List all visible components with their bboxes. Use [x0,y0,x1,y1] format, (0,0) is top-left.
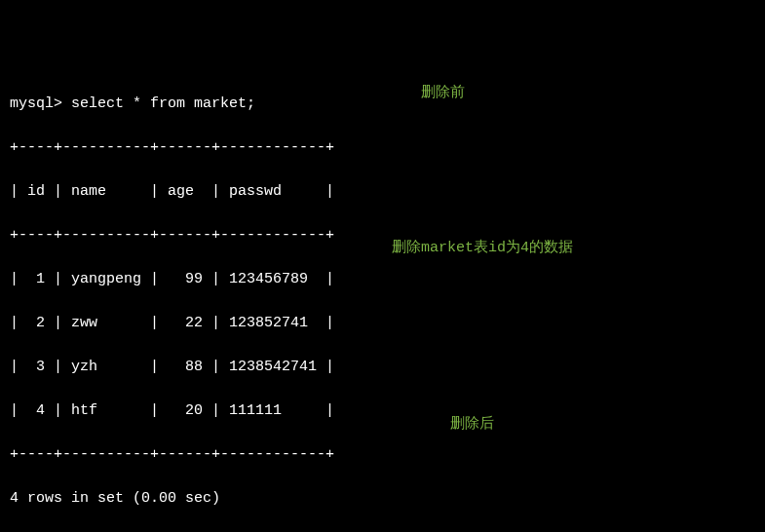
query1-text: select * from market; [71,95,255,112]
annotation-before-delete: 删除前 [421,83,465,105]
table1-border-top: +----+----------+------+------------+ [10,137,755,160]
table1-header: | id | name | age | passwd | [10,181,755,204]
mysql-prompt: mysql> [10,95,62,112]
annotation-delete-comment: 删除market表id为4的数据 [392,238,573,260]
table1-row: | 3 | yzh | 88 | 1238542741 | [10,357,755,379]
table1-row: | 2 | zww | 22 | 123852741 | [10,313,755,335]
table1-border-mid: +----+----------+------+------------+ [10,225,755,247]
table1-footer: 4 rows in set (0.00 sec) [10,488,755,511]
query1-line: mysql> select * from market; [10,94,755,116]
table1-row: | 1 | yangpeng | 99 | 123456789 | [10,269,755,291]
annotation-after-delete: 删除后 [450,414,494,437]
table1-border-bottom: +----+----------+------+------------+ [10,444,755,467]
table1-row: | 4 | htf | 20 | 111111 | [10,400,755,423]
